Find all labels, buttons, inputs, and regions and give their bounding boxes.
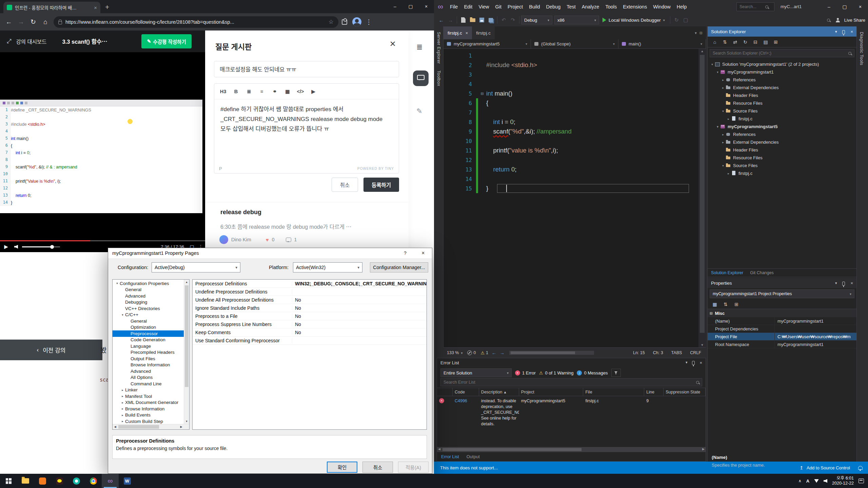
error-column-header[interactable]: Description▴ bbox=[479, 388, 519, 396]
tabs-indicator[interactable]: TABS bbox=[671, 350, 682, 355]
property-value[interactable]: No bbox=[292, 313, 427, 319]
properties-object-dropdown[interactable]: myCprogrammingstart1 Project Properties … bbox=[710, 289, 854, 298]
live-share-label[interactable]: Live Share bbox=[844, 18, 865, 23]
tray-chevron-icon[interactable]: ∧ bbox=[798, 479, 802, 483]
taskbar-app-hancom[interactable] bbox=[34, 474, 51, 488]
property-pages-icon[interactable]: ⊞ bbox=[732, 300, 741, 308]
error-column-header[interactable]: File bbox=[583, 388, 644, 396]
dialog-tree-item[interactable]: Code Generation bbox=[113, 337, 189, 343]
error-search-input[interactable] bbox=[443, 380, 696, 385]
pin-icon[interactable] bbox=[842, 282, 845, 286]
error-code[interactable]: C4996 bbox=[453, 398, 479, 405]
taskbar-app-visual-studio[interactable]: ∞ bbox=[102, 474, 119, 488]
dialog-tree-item[interactable]: ▸Manifest Tool bbox=[113, 393, 189, 400]
bold-icon[interactable]: B bbox=[230, 86, 242, 97]
dialog-tree-item[interactable]: Browse Information bbox=[113, 362, 189, 368]
editor-tab[interactable]: firstpj.c× bbox=[443, 26, 472, 39]
zoom-dropdown[interactable]: 133 % ▾ bbox=[447, 350, 462, 355]
solution-tree-item[interactable]: Header Files bbox=[708, 92, 856, 99]
volume-icon[interactable] bbox=[14, 245, 18, 249]
property-row[interactable]: Undefine All Preprocessor DefinitionsNo bbox=[193, 296, 427, 304]
diagnostic-tools-tab[interactable]: Diagnostic Tools bbox=[859, 32, 864, 65]
tab-close-icon[interactable]: × bbox=[466, 30, 468, 36]
forward-button[interactable]: → bbox=[15, 16, 27, 28]
solution-tree-item[interactable]: ▸External Dependencies bbox=[708, 84, 856, 92]
breadcrumb-segment[interactable]: myCprogrammingstart5▾ bbox=[443, 39, 531, 48]
tab-overflow-icon[interactable]: ▾ bbox=[695, 31, 697, 35]
editor-tab[interactable]: firstpj.c bbox=[472, 26, 495, 39]
property-row[interactable]: Ignore Standard Include PathsNo bbox=[193, 304, 427, 312]
property-row[interactable]: Undefine Preprocessor Definitions bbox=[193, 288, 427, 296]
menu-build[interactable]: Build bbox=[526, 0, 543, 14]
menu-view[interactable]: View bbox=[475, 0, 492, 14]
new-tab-button[interactable]: + bbox=[105, 3, 109, 11]
closed-arrow-icon[interactable]: ▸ bbox=[120, 407, 125, 410]
question-subject-input[interactable] bbox=[214, 61, 399, 77]
error-column-header[interactable]: Code bbox=[453, 388, 479, 396]
find-in-files-icon[interactable] bbox=[824, 16, 833, 24]
navigate-back-icon[interactable]: ← bbox=[437, 16, 446, 24]
home-button[interactable]: ⌂ bbox=[39, 16, 52, 28]
code-line[interactable]: 7 bbox=[443, 108, 698, 117]
configuration-dropdown[interactable]: Active(Debug)▾ bbox=[152, 262, 240, 272]
panel-tab-output[interactable]: Output bbox=[467, 454, 480, 459]
bookmark-star-icon[interactable]: ☆ bbox=[329, 18, 334, 25]
reload-button[interactable]: ↻ bbox=[27, 16, 39, 28]
property-value[interactable] bbox=[775, 325, 856, 333]
property-row[interactable]: Keep CommentsNo bbox=[193, 328, 427, 337]
window-position-icon[interactable]: ▾ bbox=[835, 29, 837, 34]
solution-tree-item[interactable]: ▾Solution 'myCprogrammingstart1' (2 of 2… bbox=[708, 60, 856, 68]
property-row[interactable]: Use Standard Conforming Preprocessor bbox=[193, 337, 427, 345]
open-arrow-icon[interactable]: ▾ bbox=[715, 125, 720, 128]
dialog-tree-item[interactable]: ▸Browse Information bbox=[113, 406, 189, 412]
submit-button[interactable]: 등록하기 bbox=[363, 178, 399, 192]
menu-test[interactable]: Test bbox=[564, 0, 579, 14]
fold-indicator[interactable]: ⊟ bbox=[478, 92, 486, 96]
open-arrow-icon[interactable]: ▾ bbox=[120, 313, 125, 317]
solution-tree-item[interactable]: Resource Files bbox=[708, 99, 856, 107]
error-scope-dropdown[interactable]: Entire Solution▾ bbox=[440, 368, 512, 377]
property-value[interactable]: WIN32;_DEBUG;_CONSOLE;_CRT_SECURE_NO_WAR… bbox=[292, 281, 427, 286]
property-value[interactable]: No bbox=[292, 297, 427, 303]
breadcrumb-segment[interactable]: (Global Scope)▾ bbox=[531, 39, 618, 48]
code-line[interactable]: 1 bbox=[443, 51, 698, 60]
error-column-header[interactable]: Suppression State bbox=[664, 388, 706, 396]
code-line[interactable]: 15} bbox=[443, 184, 698, 193]
dialog-tree-item[interactable]: Advanced bbox=[113, 293, 189, 299]
break-all-icon[interactable]: ▢ bbox=[681, 16, 690, 24]
play-button[interactable]: ▶ bbox=[0, 244, 12, 250]
code-editor[interactable]: 12#include <stdio.h>345⊟int main()6{78 i… bbox=[443, 49, 698, 347]
warning-count[interactable]: ⚠ 1 bbox=[480, 350, 488, 355]
scrollbar-thumb[interactable] bbox=[700, 55, 705, 333]
write-review-button[interactable]: ✎ 수강평 작성하기 bbox=[141, 34, 192, 48]
dialog-tree-item[interactable]: Advanced bbox=[113, 368, 189, 374]
solution-tree-item[interactable]: ▸firstpj.c bbox=[708, 169, 856, 177]
pin-icon[interactable] bbox=[692, 361, 695, 365]
navigate-forward-icon[interactable]: → bbox=[446, 16, 455, 24]
solution-tree-item[interactable]: ▾myCprogrammingstart1 bbox=[708, 68, 856, 76]
code-line[interactable]: 8 int i = 0; bbox=[443, 117, 698, 127]
dialog-tree-item[interactable]: Output Files bbox=[113, 355, 189, 362]
heart-icon[interactable]: ♥ bbox=[266, 237, 269, 243]
browser-tab[interactable]: 인프런 - 홍정모의 따라하며 배… × bbox=[3, 2, 100, 13]
start-button[interactable] bbox=[0, 474, 17, 488]
solution-tree-item[interactable]: ▸References bbox=[708, 76, 856, 84]
configuration-dropdown[interactable]: Debug▾ bbox=[521, 16, 552, 24]
action-center-icon[interactable] bbox=[859, 479, 864, 483]
image-icon[interactable]: ▦ bbox=[281, 86, 294, 97]
dialog-tree-item[interactable]: ▸Custom Build Step bbox=[113, 418, 189, 425]
link-icon[interactable]: ⚭ bbox=[269, 86, 281, 97]
dialog-tree-item[interactable]: VC++ Directories bbox=[113, 305, 189, 312]
cancel-button[interactable]: 취소 bbox=[362, 462, 393, 473]
save-icon[interactable] bbox=[477, 16, 486, 24]
browser-menu-button[interactable]: ⋮ bbox=[363, 16, 375, 28]
tree-vscrollbar[interactable]: ▲ ▼ bbox=[184, 280, 189, 429]
vs-search-box[interactable] bbox=[736, 2, 774, 11]
dialog-tree-item[interactable]: ▸Linker bbox=[113, 387, 189, 393]
dock-tab-git-changes[interactable]: Git Changes bbox=[750, 270, 773, 275]
dialog-tree-item[interactable]: Debugging bbox=[113, 299, 189, 306]
previous-lecture-button[interactable]: ‹ 이전 강의 bbox=[0, 340, 102, 360]
dashboard-link[interactable]: 강의 대시보드 bbox=[16, 38, 47, 45]
filter-button[interactable] bbox=[611, 369, 621, 377]
taskbar-app-whale[interactable] bbox=[68, 474, 85, 488]
